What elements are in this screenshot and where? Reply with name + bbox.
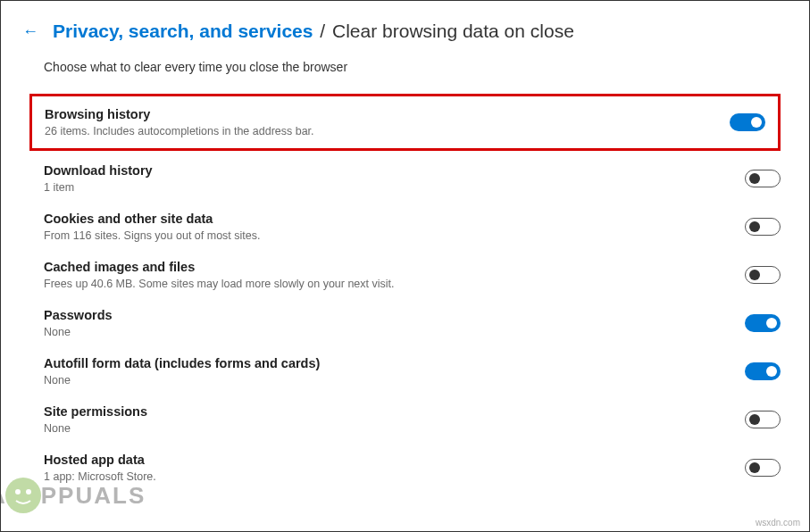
toggle-knob [766, 366, 777, 377]
setting-text: Cached images and filesFrees up 40.6 MB.… [44, 260, 745, 290]
settings-list: Browsing history26 items. Includes autoc… [1, 94, 809, 492]
setting-title: Hosted app data [44, 453, 745, 467]
setting-title: Passwords [44, 308, 745, 322]
setting-row-site-permissions: Site permissionsNone [1, 395, 809, 444]
toggle-knob [751, 117, 762, 128]
setting-title: Autofill form data (includes forms and c… [44, 356, 745, 370]
toggle-knob [749, 270, 760, 280]
setting-title: Browsing history [45, 107, 730, 121]
setting-row-cookies: Cookies and other site dataFrom 116 site… [1, 203, 809, 251]
setting-title: Site permissions [44, 404, 745, 419]
setting-subtitle: None [44, 374, 745, 387]
toggle-hosted-app-data[interactable] [745, 459, 781, 477]
setting-row-autofill: Autofill form data (includes forms and c… [1, 347, 809, 395]
setting-row-passwords: PasswordsNone [1, 299, 809, 347]
setting-text: Cookies and other site dataFrom 116 site… [44, 212, 745, 242]
toggle-passwords[interactable] [745, 314, 781, 332]
image-credit: wsxdn.com [756, 518, 800, 528]
toggle-cached-files[interactable] [745, 266, 781, 284]
setting-subtitle: 1 app: Microsoft Store. [44, 470, 745, 483]
setting-text: Browsing history26 items. Includes autoc… [45, 107, 730, 137]
setting-subtitle: From 116 sites. Signs you out of most si… [44, 229, 745, 242]
toggle-knob [749, 414, 760, 425]
setting-subtitle: None [44, 326, 745, 338]
toggle-autofill[interactable] [745, 362, 781, 380]
toggle-browsing-history[interactable] [730, 113, 765, 131]
breadcrumb-separator: / [320, 21, 325, 41]
toggle-download-history[interactable] [745, 170, 781, 187]
setting-subtitle: 26 items. Includes autocompletions in th… [45, 125, 730, 137]
setting-text: Download history1 item [44, 163, 745, 194]
setting-text: Autofill form data (includes forms and c… [44, 356, 745, 387]
toggle-cookies[interactable] [745, 218, 781, 236]
breadcrumb-link[interactable]: Privacy, search, and services [53, 21, 313, 41]
toggle-site-permissions[interactable] [745, 411, 781, 428]
breadcrumb-header: ← Privacy, search, and services / Clear … [1, 1, 809, 58]
breadcrumb: Privacy, search, and services / Clear br… [53, 21, 574, 42]
setting-title: Download history [44, 163, 745, 178]
setting-row-browsing-history: Browsing history26 items. Includes autoc… [29, 94, 781, 151]
toggle-knob [749, 221, 760, 232]
toggle-knob [766, 318, 777, 328]
setting-subtitle: 1 item [44, 181, 745, 194]
setting-subtitle: None [44, 422, 745, 435]
setting-row-download-history: Download history1 item [1, 154, 809, 203]
setting-row-cached-files: Cached images and filesFrees up 40.6 MB.… [1, 251, 809, 299]
toggle-knob [749, 173, 760, 184]
setting-text: Hosted app data1 app: Microsoft Store. [44, 453, 745, 483]
page-title: Clear browsing data on close [332, 21, 574, 41]
setting-title: Cached images and files [44, 260, 745, 274]
back-arrow-icon[interactable]: ← [22, 22, 38, 41]
setting-text: PasswordsNone [44, 308, 745, 338]
toggle-knob [749, 462, 760, 473]
setting-row-hosted-app-data: Hosted app data1 app: Microsoft Store. [1, 444, 809, 492]
setting-text: Site permissionsNone [44, 404, 745, 435]
setting-subtitle: Frees up 40.6 MB. Some sites may load mo… [44, 278, 745, 290]
setting-title: Cookies and other site data [44, 212, 745, 226]
page-description: Choose what to clear every time you clos… [1, 58, 809, 94]
